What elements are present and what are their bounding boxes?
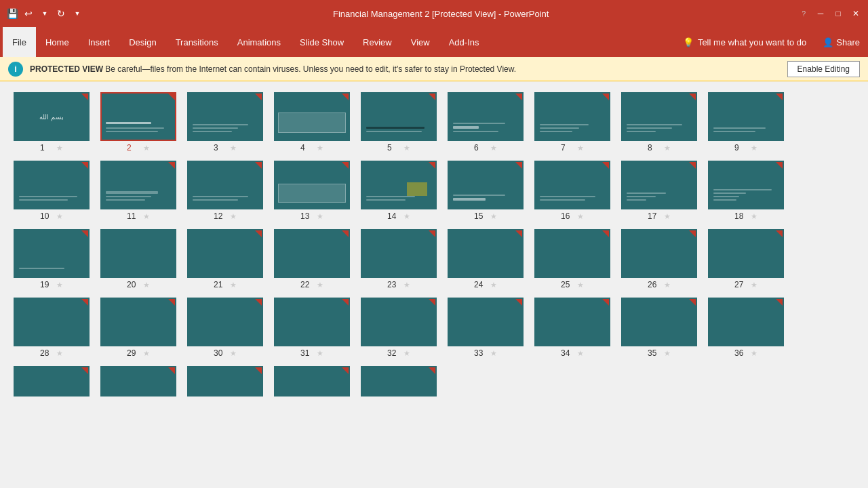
slide-cell-26[interactable]: 26★ [621,229,697,289]
slide-thumb-1[interactable]: بسم الله [14,92,90,141]
slide-thumb-19[interactable] [14,229,90,278]
slide-star-18[interactable]: ★ [751,212,757,221]
slide-thumb-5[interactable] [361,92,437,141]
slide-star-14[interactable]: ★ [403,212,410,221]
tab-animations[interactable]: Animations [228,27,290,57]
slide-star-4[interactable]: ★ [317,144,323,152]
slide-star-36[interactable]: ★ [751,349,757,358]
slide-star-34[interactable]: ★ [577,349,584,358]
slide-cell-3[interactable]: 3 ★ [187,92,263,152]
slide-thumb-16[interactable] [534,161,610,209]
slide-cell-34[interactable]: 34★ [534,298,610,358]
slide-cell-16[interactable]: 16★ [534,161,610,221]
undo-dropdown[interactable]: ▼ [38,7,52,20]
slide-cell-10[interactable]: 10★ [14,161,90,221]
slide-cell-22[interactable]: 22★ [274,229,350,289]
slide-cell-18[interactable]: 18★ [708,161,784,221]
search-label[interactable]: Tell me what you want to do [698,37,806,47]
slide-thumb-13[interactable] [274,161,350,209]
slide-thumb-38[interactable] [100,366,176,396]
save-icon[interactable]: 💾 [5,7,19,20]
slide-star-7[interactable]: ★ [577,144,584,152]
slide-cell-11[interactable]: 11★ [100,161,176,221]
slide-star-21[interactable]: ★ [230,281,237,289]
slide-cell-8[interactable]: 8 ★ [621,92,697,152]
slide-cell-12[interactable]: 12★ [187,161,263,221]
slide-thumb-10[interactable] [14,161,90,209]
slide-thumb-36[interactable] [708,298,784,346]
slide-thumb-12[interactable] [187,161,263,209]
tab-home[interactable]: Home [36,27,79,57]
slide-star-3[interactable]: ★ [230,144,237,152]
slide-thumb-4[interactable] [274,92,350,141]
slide-cell-39[interactable] [187,366,263,396]
slide-thumb-25[interactable] [534,229,610,278]
slide-cell-33[interactable]: 33★ [448,298,524,358]
slide-thumb-14[interactable] [361,161,437,209]
slide-thumb-8[interactable] [621,92,697,141]
slide-star-24[interactable]: ★ [490,281,497,289]
slide-cell-38[interactable] [100,366,176,396]
slide-thumb-20[interactable] [100,229,176,278]
undo-icon[interactable]: ↩ [22,7,35,20]
slide-thumb-15[interactable] [448,161,524,209]
slide-cell-35[interactable]: 35★ [621,298,697,358]
slide-cell-9[interactable]: 9 ★ [708,92,784,152]
slide-cell-28[interactable]: 28★ [14,298,90,358]
slide-star-5[interactable]: ★ [403,144,410,152]
slide-thumb-21[interactable] [187,229,263,278]
tab-design[interactable]: Design [119,27,165,57]
slide-star-20[interactable]: ★ [143,281,150,289]
slide-star-9[interactable]: ★ [751,144,757,152]
slide-thumb-41[interactable] [361,366,437,396]
slide-cell-2[interactable]: 2 ★ [100,92,176,152]
slide-thumb-18[interactable] [708,161,784,209]
minimize-button[interactable]: ─ [814,7,827,20]
slide-thumb-27[interactable] [708,229,784,278]
tab-transitions[interactable]: Transitions [166,27,228,57]
slide-cell-6[interactable]: 6 ★ [448,92,524,152]
slide-star-8[interactable]: ★ [664,144,671,152]
slide-cell-31[interactable]: 31★ [274,298,350,358]
slide-star-25[interactable]: ★ [577,281,584,289]
slide-thumb-3[interactable] [187,92,263,141]
slide-star-23[interactable]: ★ [403,281,410,289]
slide-cell-41[interactable] [361,366,437,396]
help-icon[interactable]: ? [797,10,810,18]
slide-star-28[interactable]: ★ [56,349,63,358]
slide-thumb-6[interactable] [448,92,524,141]
slide-star-32[interactable]: ★ [403,349,410,358]
slide-star-16[interactable]: ★ [577,212,584,221]
tab-file[interactable]: File [3,27,36,57]
slide-cell-29[interactable]: 29★ [100,298,176,358]
slide-cell-36[interactable]: 36★ [708,298,784,358]
slide-thumb-23[interactable] [361,229,437,278]
slide-cell-15[interactable]: 15★ [448,161,524,221]
slide-cell-21[interactable]: 21★ [187,229,263,289]
tab-addins[interactable]: Add-Ins [439,27,489,57]
tab-slideshow[interactable]: Slide Show [290,27,353,57]
slide-cell-24[interactable]: 24★ [448,229,524,289]
slide-cell-32[interactable]: 32★ [361,298,437,358]
slide-star-33[interactable]: ★ [490,349,497,358]
share-button[interactable]: 👤 Share [814,27,868,57]
slide-thumb-24[interactable] [448,229,524,278]
slide-thumb-11[interactable] [100,161,176,209]
slide-cell-27[interactable]: 27★ [708,229,784,289]
search-tab[interactable]: 💡 Tell me what you want to do [675,27,814,57]
enable-editing-button[interactable]: Enable Editing [787,61,860,77]
slide-thumb-37[interactable] [14,366,90,396]
slide-thumb-7[interactable] [534,92,610,141]
slide-cell-23[interactable]: 23★ [361,229,437,289]
slide-star-12[interactable]: ★ [230,212,237,221]
slide-cell-25[interactable]: 25★ [534,229,610,289]
slide-thumb-40[interactable] [274,366,350,396]
slide-thumb-29[interactable] [100,298,176,346]
slide-star-22[interactable]: ★ [317,281,323,289]
slide-star-27[interactable]: ★ [751,281,757,289]
slide-star-19[interactable]: ★ [56,281,63,289]
slide-star-1[interactable]: ★ [56,144,63,152]
slide-thumb-31[interactable] [274,298,350,346]
slide-thumb-32[interactable] [361,298,437,346]
slide-cell-37[interactable] [14,366,90,396]
